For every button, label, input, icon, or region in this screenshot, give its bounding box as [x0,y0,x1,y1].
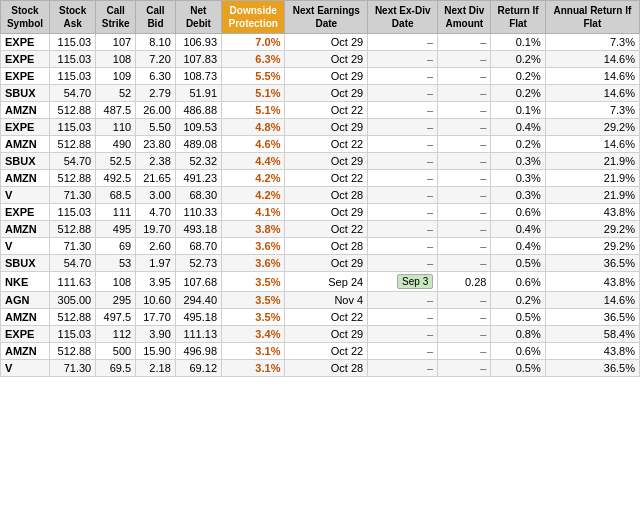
cell-returnIfFlat: 0.5% [491,309,545,326]
cell-callBid: 17.70 [136,309,176,326]
dash-value: – [427,70,433,82]
cell-annualReturn: 29.2% [545,238,639,255]
cell-ask: 115.03 [49,204,95,221]
cell-returnIfFlat: 0.1% [491,102,545,119]
cell-nextDivAmt: – [438,221,491,238]
cell-symbol: EXPE [1,204,50,221]
cell-nextDivAmt: – [438,136,491,153]
cell-callStrike: 52 [96,85,136,102]
table-row: EXPE115.031096.30108.735.5%Oct 29––0.2%1… [1,68,640,85]
cell-symbol: V [1,360,50,377]
col-header-symbol: Stock Symbol [1,1,50,34]
col-header-ask: Stock Ask [49,1,95,34]
cell-annualReturn: 14.6% [545,68,639,85]
dash-value: – [480,223,486,235]
cell-callBid: 5.50 [136,119,176,136]
cell-ask: 305.00 [49,292,95,309]
dash-value: – [427,121,433,133]
cell-annualReturn: 14.6% [545,136,639,153]
cell-ask: 111.63 [49,272,95,292]
cell-downside: 5.1% [222,102,285,119]
dash-value: – [480,328,486,340]
cell-callStrike: 487.5 [96,102,136,119]
cell-nextExDiv: – [368,187,438,204]
cell-ask: 115.03 [49,326,95,343]
cell-annualReturn: 21.9% [545,187,639,204]
dash-value: – [480,104,486,116]
table-row: EXPE115.031078.10106.937.0%Oct 29––0.1%7… [1,34,640,51]
cell-nextEarnings: Oct 29 [285,153,368,170]
dash-value: – [427,172,433,184]
cell-callStrike: 107 [96,34,136,51]
dash-value: – [480,311,486,323]
dash-value: – [480,257,486,269]
cell-netDebit: 52.73 [175,255,221,272]
cell-returnIfFlat: 0.4% [491,119,545,136]
cell-nextDivAmt: – [438,170,491,187]
cell-ask: 115.03 [49,51,95,68]
cell-downside: 3.5% [222,292,285,309]
cell-symbol: EXPE [1,34,50,51]
cell-netDebit: 108.73 [175,68,221,85]
cell-callBid: 1.97 [136,255,176,272]
dash-value: – [427,189,433,201]
cell-netDebit: 51.91 [175,85,221,102]
cell-nextDivAmt: – [438,309,491,326]
cell-symbol: AMZN [1,136,50,153]
dash-value: – [427,345,433,357]
cell-ask: 115.03 [49,34,95,51]
cell-symbol: SBUX [1,255,50,272]
cell-downside: 4.6% [222,136,285,153]
cell-downside: 4.2% [222,170,285,187]
cell-symbol: AMZN [1,102,50,119]
cell-callStrike: 497.5 [96,309,136,326]
cell-nextExDiv: – [368,343,438,360]
dash-value: – [480,362,486,374]
cell-callBid: 21.65 [136,170,176,187]
dash-value: – [427,223,433,235]
cell-symbol: EXPE [1,51,50,68]
main-table: Stock SymbolStock AskCall StrikeCall Bid… [0,0,640,377]
table-row: V71.3068.53.0068.304.2%Oct 28––0.3%21.9% [1,187,640,204]
dash-value: – [480,121,486,133]
cell-downside: 6.3% [222,51,285,68]
cell-callStrike: 110 [96,119,136,136]
dash-value: – [480,294,486,306]
cell-callBid: 2.60 [136,238,176,255]
dash-value: – [427,311,433,323]
cell-nextEarnings: Oct 28 [285,360,368,377]
ex-div-badge: Sep 3 [397,274,433,289]
cell-downside: 3.5% [222,309,285,326]
table-row: SBUX54.7052.52.3852.324.4%Oct 29––0.3%21… [1,153,640,170]
cell-nextExDiv: – [368,360,438,377]
cell-nextEarnings: Oct 29 [285,51,368,68]
cell-returnIfFlat: 0.3% [491,153,545,170]
cell-nextDivAmt: – [438,292,491,309]
dash-value: – [427,206,433,218]
cell-annualReturn: 14.6% [545,85,639,102]
cell-netDebit: 69.12 [175,360,221,377]
cell-netDebit: 68.70 [175,238,221,255]
cell-callStrike: 492.5 [96,170,136,187]
col-header-downside: Downside Protection [222,1,285,34]
dash-value: – [480,206,486,218]
cell-callStrike: 111 [96,204,136,221]
dash-value: – [427,240,433,252]
cell-callStrike: 500 [96,343,136,360]
cell-nextExDiv: – [368,102,438,119]
cell-ask: 71.30 [49,187,95,204]
cell-nextExDiv: – [368,136,438,153]
cell-annualReturn: 36.5% [545,309,639,326]
cell-netDebit: 294.40 [175,292,221,309]
table-row: SBUX54.70531.9752.733.6%Oct 29––0.5%36.5… [1,255,640,272]
cell-nextExDiv: – [368,153,438,170]
cell-callBid: 10.60 [136,292,176,309]
cell-downside: 3.5% [222,272,285,292]
cell-callStrike: 112 [96,326,136,343]
cell-annualReturn: 14.6% [545,51,639,68]
cell-symbol: V [1,187,50,204]
cell-annualReturn: 36.5% [545,255,639,272]
dash-value: – [427,36,433,48]
cell-callStrike: 490 [96,136,136,153]
cell-annualReturn: 21.9% [545,153,639,170]
